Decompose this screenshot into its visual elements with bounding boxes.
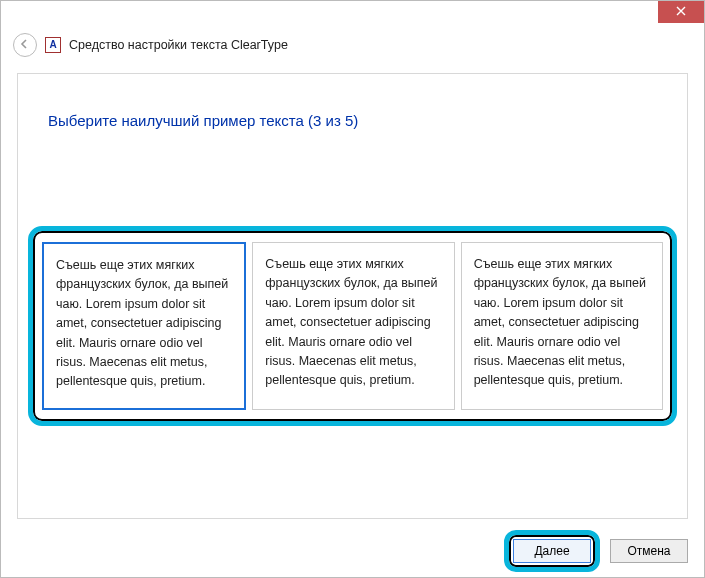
- header-row: A Средство настройки текста ClearType: [1, 29, 704, 65]
- content-panel: Выберите наилучший пример текста (3 из 5…: [17, 73, 688, 519]
- app-icon: A: [45, 37, 61, 53]
- text-sample-1[interactable]: Съешь еще этих мягких французских булок,…: [42, 242, 246, 410]
- instruction-text: Выберите наилучший пример текста (3 из 5…: [48, 112, 687, 129]
- samples-highlight-ring: Съешь еще этих мягких французских булок,…: [28, 226, 677, 426]
- next-button[interactable]: Далее: [513, 539, 591, 563]
- app-icon-letter: A: [49, 40, 56, 50]
- cancel-button[interactable]: Отмена: [610, 539, 688, 563]
- close-button[interactable]: [658, 1, 704, 23]
- footer-row: Далее Отмена: [1, 525, 704, 577]
- close-icon: [676, 5, 686, 19]
- text-sample-3[interactable]: Съешь еще этих мягких французских булок,…: [461, 242, 663, 410]
- text-sample-2[interactable]: Съешь еще этих мягких французских булок,…: [252, 242, 454, 410]
- window-title: Средство настройки текста ClearType: [69, 38, 288, 52]
- next-button-highlight-ring: Далее: [504, 530, 600, 572]
- back-button[interactable]: [13, 33, 37, 57]
- arrow-left-icon: [19, 38, 31, 53]
- samples-container: Съешь еще этих мягких французских булок,…: [38, 236, 667, 416]
